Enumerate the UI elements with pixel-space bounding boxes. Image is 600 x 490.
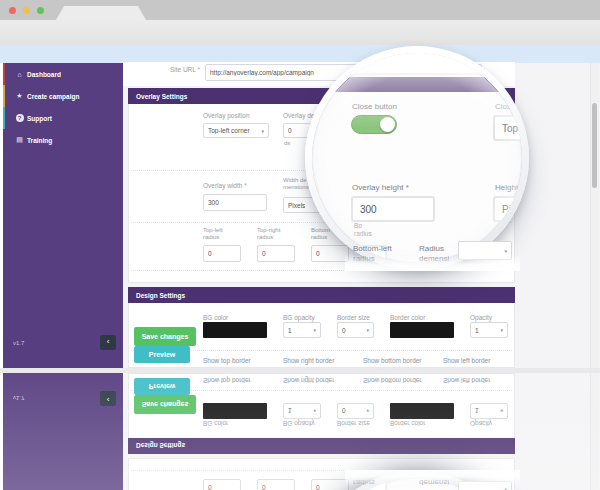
magnifier-lens: Close button Close button p Top-left cor… <box>305 46 529 270</box>
show-top-border-label: Show top border <box>203 357 251 364</box>
sidebar-item-label: Create campaign <box>27 93 79 100</box>
scrollbar-thumb[interactable] <box>592 103 597 188</box>
sidebar-item-label: Dashboard <box>27 71 61 78</box>
close-window-icon[interactable] <box>9 7 16 14</box>
toggle-knob <box>380 117 395 132</box>
chevron-down-icon: ▾ <box>366 327 369 333</box>
show-left-border-label: Show left border <box>443 357 490 364</box>
sidebar-nav: ⌂ Dashboard ★ Create campaign ? Support … <box>3 63 123 368</box>
bg-opacity-select[interactable]: 1 ▾ <box>283 322 321 338</box>
page-reflection: OverlayR Cheryl Lopez ▾ ⌂ Dashboard ★ Cr… <box>0 373 600 490</box>
sidebar-item-training[interactable]: ▤ Training <box>3 129 123 151</box>
save-changes-button[interactable]: Save changes <box>134 327 196 346</box>
chevron-down-icon: ▾ <box>500 327 503 333</box>
book-icon: ▤ <box>12 136 27 144</box>
radius-dimension-select[interactable]: ▾ <box>458 241 512 260</box>
home-icon: ⌂ <box>12 71 27 78</box>
opacity-label: Opacity <box>470 314 492 321</box>
bottom-radius-input[interactable]: 0 <box>311 245 349 262</box>
help-icon: ? <box>12 114 27 122</box>
sidebar-item-label: Training <box>27 137 52 144</box>
top-right-radius-label: Top-right radius <box>257 227 280 241</box>
separator <box>131 270 512 271</box>
show-bottom-border-label: Show bottom border <box>363 357 422 364</box>
show-right-border-label: Show right border <box>283 357 334 364</box>
maximize-window-icon[interactable] <box>37 7 44 14</box>
app-version: v1.7 <box>13 340 24 346</box>
overlay-delay-hint: ds <box>284 140 290 146</box>
preview-button[interactable]: Preview <box>134 346 190 363</box>
sidebar-item-create-campaign[interactable]: ★ Create campaign <box>3 85 123 107</box>
screenshot-canvas: OverlayR Cheryl Lopez ▾ ⌂ Dashboard ★ Cr… <box>0 0 600 490</box>
browser-window: OverlayR Cheryl Lopez ▾ ⌂ Dashboard ★ Cr… <box>0 0 600 368</box>
browser-titlebar <box>0 0 600 20</box>
border-size-label: Border size <box>337 314 370 321</box>
chevron-down-icon: ▾ <box>504 248 507 254</box>
chevron-down-icon: ▾ <box>313 327 316 333</box>
overlay-settings-header-magnified <box>312 77 500 92</box>
sidebar-item-label: Support <box>27 115 52 122</box>
overlay-width-label: Overlay width * <box>203 182 247 189</box>
sidebar-collapse-button[interactable]: ‹ <box>100 335 116 350</box>
border-size-select[interactable]: 0 ▾ <box>337 322 374 338</box>
close-button-toggle[interactable] <box>351 115 397 134</box>
overlay-width-input[interactable]: 300 <box>203 194 267 211</box>
bg-color-label: BG color <box>203 314 228 321</box>
close-button-position-input[interactable]: Top-left cor <box>493 115 522 141</box>
close-button-label: Close button <box>352 102 397 111</box>
height-dimension-label: Height demensi <box>495 183 522 192</box>
bottom-radius-label: Bottom radius <box>311 227 330 241</box>
border-color-label: Border color <box>390 314 425 321</box>
opacity-select[interactable]: 1 ▾ <box>470 322 508 338</box>
overlay-position-label: Overlay position <box>203 112 250 119</box>
overlay-height-input[interactable]: 300 <box>351 196 435 222</box>
overlay-position-select[interactable]: Top-left corner ▾ <box>203 123 269 138</box>
browser-tab[interactable] <box>56 6 146 20</box>
top-left-radius-input[interactable]: 0 <box>203 245 241 262</box>
bottom-radius-fragment-label: Bo radius <box>354 222 372 237</box>
sidebar-item-support[interactable]: ? Support <box>3 107 123 129</box>
radius-dimension-label: Radius demensi <box>419 244 449 261</box>
app-header: OverlayR Cheryl Lopez ▾ <box>0 45 600 63</box>
browser-toolbar <box>0 20 600 45</box>
top-left-radius-label: Top-left radius <box>203 227 223 241</box>
bg-color-swatch[interactable] <box>203 322 267 338</box>
sidebar-item-dashboard[interactable]: ⌂ Dashboard <box>3 63 123 85</box>
border-color-swatch[interactable] <box>390 322 454 338</box>
star-icon: ★ <box>12 92 27 100</box>
magnifier-lens-content: Close button Close button p Top-left cor… <box>312 53 522 263</box>
overlay-height-label: Overlay height * <box>352 183 409 192</box>
minimize-window-icon[interactable] <box>23 7 30 14</box>
width-dimension-label: Width de mensions <box>283 177 309 191</box>
bg-opacity-label: BG opacity <box>283 314 315 321</box>
chevron-down-icon: ▾ <box>261 128 264 134</box>
design-settings-header: Design Settings <box>128 287 515 303</box>
top-right-radius-input[interactable]: 0 <box>257 245 295 262</box>
site-url-label: Site URL * <box>140 66 200 73</box>
bottom-left-radius-label: Bottom-left radius <box>353 244 392 261</box>
